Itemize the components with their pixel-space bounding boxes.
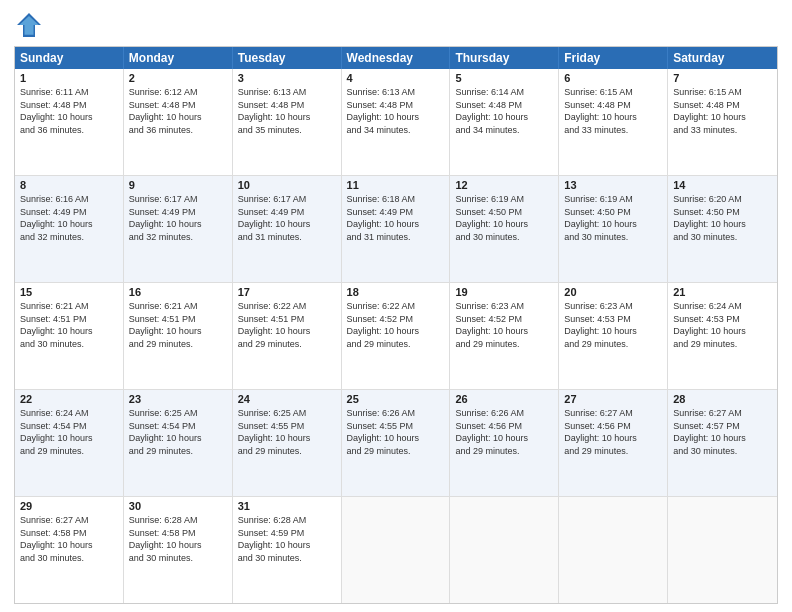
- calendar-row: 22Sunrise: 6:24 AM Sunset: 4:54 PM Dayli…: [15, 389, 777, 496]
- header-cell-friday: Friday: [559, 47, 668, 69]
- day-number: 26: [455, 393, 553, 405]
- day-info: Sunrise: 6:18 AM Sunset: 4:49 PM Dayligh…: [347, 193, 445, 243]
- day-cell: 29Sunrise: 6:27 AM Sunset: 4:58 PM Dayli…: [15, 497, 124, 603]
- header-cell-wednesday: Wednesday: [342, 47, 451, 69]
- empty-cell: [668, 497, 777, 603]
- day-info: Sunrise: 6:24 AM Sunset: 4:53 PM Dayligh…: [673, 300, 772, 350]
- day-info: Sunrise: 6:11 AM Sunset: 4:48 PM Dayligh…: [20, 86, 118, 136]
- day-info: Sunrise: 6:16 AM Sunset: 4:49 PM Dayligh…: [20, 193, 118, 243]
- day-cell: 22Sunrise: 6:24 AM Sunset: 4:54 PM Dayli…: [15, 390, 124, 496]
- day-number: 14: [673, 179, 772, 191]
- day-cell: 27Sunrise: 6:27 AM Sunset: 4:56 PM Dayli…: [559, 390, 668, 496]
- day-cell: 10Sunrise: 6:17 AM Sunset: 4:49 PM Dayli…: [233, 176, 342, 282]
- day-number: 29: [20, 500, 118, 512]
- day-info: Sunrise: 6:26 AM Sunset: 4:55 PM Dayligh…: [347, 407, 445, 457]
- day-cell: 26Sunrise: 6:26 AM Sunset: 4:56 PM Dayli…: [450, 390, 559, 496]
- day-number: 8: [20, 179, 118, 191]
- day-number: 25: [347, 393, 445, 405]
- day-cell: 24Sunrise: 6:25 AM Sunset: 4:55 PM Dayli…: [233, 390, 342, 496]
- day-cell: 7Sunrise: 6:15 AM Sunset: 4:48 PM Daylig…: [668, 69, 777, 175]
- day-info: Sunrise: 6:12 AM Sunset: 4:48 PM Dayligh…: [129, 86, 227, 136]
- day-number: 2: [129, 72, 227, 84]
- day-number: 23: [129, 393, 227, 405]
- day-number: 24: [238, 393, 336, 405]
- day-number: 31: [238, 500, 336, 512]
- day-number: 30: [129, 500, 227, 512]
- day-info: Sunrise: 6:15 AM Sunset: 4:48 PM Dayligh…: [564, 86, 662, 136]
- day-cell: 30Sunrise: 6:28 AM Sunset: 4:58 PM Dayli…: [124, 497, 233, 603]
- day-number: 7: [673, 72, 772, 84]
- day-info: Sunrise: 6:13 AM Sunset: 4:48 PM Dayligh…: [238, 86, 336, 136]
- day-cell: 28Sunrise: 6:27 AM Sunset: 4:57 PM Dayli…: [668, 390, 777, 496]
- day-info: Sunrise: 6:17 AM Sunset: 4:49 PM Dayligh…: [129, 193, 227, 243]
- day-info: Sunrise: 6:23 AM Sunset: 4:53 PM Dayligh…: [564, 300, 662, 350]
- header-cell-thursday: Thursday: [450, 47, 559, 69]
- header-cell-monday: Monday: [124, 47, 233, 69]
- day-number: 20: [564, 286, 662, 298]
- empty-cell: [342, 497, 451, 603]
- day-cell: 4Sunrise: 6:13 AM Sunset: 4:48 PM Daylig…: [342, 69, 451, 175]
- day-info: Sunrise: 6:27 AM Sunset: 4:56 PM Dayligh…: [564, 407, 662, 457]
- day-info: Sunrise: 6:19 AM Sunset: 4:50 PM Dayligh…: [455, 193, 553, 243]
- day-cell: 17Sunrise: 6:22 AM Sunset: 4:51 PM Dayli…: [233, 283, 342, 389]
- day-number: 13: [564, 179, 662, 191]
- header: [14, 10, 778, 40]
- day-cell: 11Sunrise: 6:18 AM Sunset: 4:49 PM Dayli…: [342, 176, 451, 282]
- day-cell: 19Sunrise: 6:23 AM Sunset: 4:52 PM Dayli…: [450, 283, 559, 389]
- day-cell: 3Sunrise: 6:13 AM Sunset: 4:48 PM Daylig…: [233, 69, 342, 175]
- day-info: Sunrise: 6:13 AM Sunset: 4:48 PM Dayligh…: [347, 86, 445, 136]
- day-number: 17: [238, 286, 336, 298]
- day-number: 19: [455, 286, 553, 298]
- day-info: Sunrise: 6:22 AM Sunset: 4:52 PM Dayligh…: [347, 300, 445, 350]
- day-cell: 12Sunrise: 6:19 AM Sunset: 4:50 PM Dayli…: [450, 176, 559, 282]
- day-info: Sunrise: 6:21 AM Sunset: 4:51 PM Dayligh…: [20, 300, 118, 350]
- calendar-header: SundayMondayTuesdayWednesdayThursdayFrid…: [15, 47, 777, 69]
- header-cell-tuesday: Tuesday: [233, 47, 342, 69]
- calendar-row: 15Sunrise: 6:21 AM Sunset: 4:51 PM Dayli…: [15, 282, 777, 389]
- day-number: 9: [129, 179, 227, 191]
- day-info: Sunrise: 6:24 AM Sunset: 4:54 PM Dayligh…: [20, 407, 118, 457]
- page: SundayMondayTuesdayWednesdayThursdayFrid…: [0, 0, 792, 612]
- day-cell: 18Sunrise: 6:22 AM Sunset: 4:52 PM Dayli…: [342, 283, 451, 389]
- day-number: 1: [20, 72, 118, 84]
- day-info: Sunrise: 6:17 AM Sunset: 4:49 PM Dayligh…: [238, 193, 336, 243]
- day-number: 15: [20, 286, 118, 298]
- empty-cell: [450, 497, 559, 603]
- calendar: SundayMondayTuesdayWednesdayThursdayFrid…: [14, 46, 778, 604]
- day-number: 11: [347, 179, 445, 191]
- day-info: Sunrise: 6:27 AM Sunset: 4:58 PM Dayligh…: [20, 514, 118, 564]
- calendar-row: 1Sunrise: 6:11 AM Sunset: 4:48 PM Daylig…: [15, 69, 777, 175]
- empty-cell: [559, 497, 668, 603]
- day-number: 4: [347, 72, 445, 84]
- day-info: Sunrise: 6:22 AM Sunset: 4:51 PM Dayligh…: [238, 300, 336, 350]
- day-info: Sunrise: 6:14 AM Sunset: 4:48 PM Dayligh…: [455, 86, 553, 136]
- day-number: 5: [455, 72, 553, 84]
- day-cell: 21Sunrise: 6:24 AM Sunset: 4:53 PM Dayli…: [668, 283, 777, 389]
- day-cell: 6Sunrise: 6:15 AM Sunset: 4:48 PM Daylig…: [559, 69, 668, 175]
- day-cell: 8Sunrise: 6:16 AM Sunset: 4:49 PM Daylig…: [15, 176, 124, 282]
- day-cell: 9Sunrise: 6:17 AM Sunset: 4:49 PM Daylig…: [124, 176, 233, 282]
- day-cell: 1Sunrise: 6:11 AM Sunset: 4:48 PM Daylig…: [15, 69, 124, 175]
- day-cell: 14Sunrise: 6:20 AM Sunset: 4:50 PM Dayli…: [668, 176, 777, 282]
- day-info: Sunrise: 6:26 AM Sunset: 4:56 PM Dayligh…: [455, 407, 553, 457]
- day-cell: 2Sunrise: 6:12 AM Sunset: 4:48 PM Daylig…: [124, 69, 233, 175]
- day-cell: 20Sunrise: 6:23 AM Sunset: 4:53 PM Dayli…: [559, 283, 668, 389]
- day-number: 18: [347, 286, 445, 298]
- day-cell: 13Sunrise: 6:19 AM Sunset: 4:50 PM Dayli…: [559, 176, 668, 282]
- day-info: Sunrise: 6:25 AM Sunset: 4:55 PM Dayligh…: [238, 407, 336, 457]
- calendar-body: 1Sunrise: 6:11 AM Sunset: 4:48 PM Daylig…: [15, 69, 777, 603]
- day-number: 3: [238, 72, 336, 84]
- day-cell: 15Sunrise: 6:21 AM Sunset: 4:51 PM Dayli…: [15, 283, 124, 389]
- day-number: 22: [20, 393, 118, 405]
- day-info: Sunrise: 6:19 AM Sunset: 4:50 PM Dayligh…: [564, 193, 662, 243]
- calendar-row: 8Sunrise: 6:16 AM Sunset: 4:49 PM Daylig…: [15, 175, 777, 282]
- day-info: Sunrise: 6:28 AM Sunset: 4:58 PM Dayligh…: [129, 514, 227, 564]
- day-number: 6: [564, 72, 662, 84]
- day-cell: 25Sunrise: 6:26 AM Sunset: 4:55 PM Dayli…: [342, 390, 451, 496]
- day-number: 12: [455, 179, 553, 191]
- day-info: Sunrise: 6:25 AM Sunset: 4:54 PM Dayligh…: [129, 407, 227, 457]
- day-info: Sunrise: 6:28 AM Sunset: 4:59 PM Dayligh…: [238, 514, 336, 564]
- svg-marker-1: [19, 16, 39, 35]
- logo: [14, 10, 48, 40]
- day-number: 16: [129, 286, 227, 298]
